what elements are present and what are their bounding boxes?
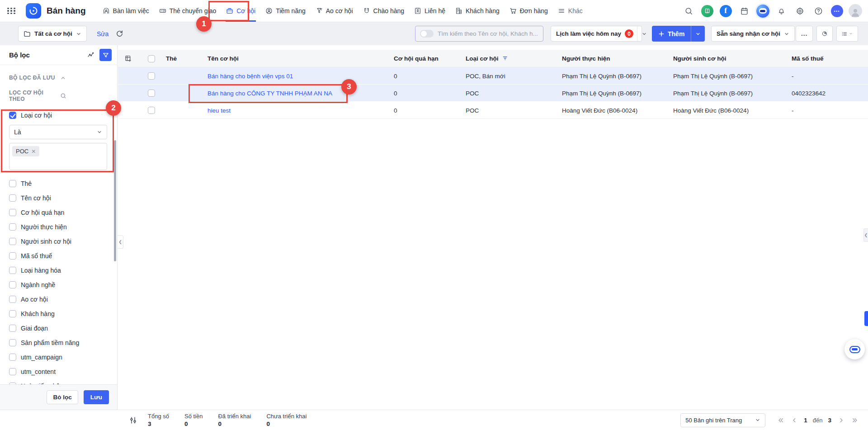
app-grid-icon[interactable] [7, 8, 16, 14]
chatbot-fab[interactable] [844, 339, 865, 359]
bot-icon[interactable] [755, 4, 770, 18]
checkbox-unchecked-icon[interactable] [9, 209, 16, 216]
filter-checkbox-item[interactable]: utm_campaign [0, 350, 117, 364]
handbook-icon[interactable] [700, 4, 714, 18]
checkbox-checked-icon[interactable] [9, 112, 16, 119]
checkbox-unchecked-icon[interactable] [9, 325, 16, 332]
filter-checkbox-item[interactable]: Tên cơ hội [0, 191, 117, 205]
nav-item-4[interactable]: Tiềm năng [260, 0, 311, 22]
filter-checkbox-item[interactable]: Thẻ [0, 176, 117, 191]
last-page-icon[interactable] [849, 415, 860, 425]
filter-checkbox-item[interactable]: Mã số thuế [0, 249, 117, 263]
row-checkbox[interactable] [148, 85, 155, 102]
search-toggle[interactable] [420, 30, 434, 38]
nav-item-3[interactable]: Cơ hội [221, 0, 260, 22]
filter-checkbox-item[interactable]: Ngành nghề [0, 278, 117, 292]
bell-icon[interactable] [774, 4, 788, 18]
app-logo[interactable] [26, 3, 41, 19]
help-icon[interactable] [811, 4, 826, 18]
checkbox-unchecked-icon[interactable] [9, 310, 16, 317]
filter-values-multiselect[interactable]: POC✕ [9, 143, 107, 170]
chevron-up-icon[interactable] [60, 75, 111, 81]
column-header-tax[interactable]: Mã số thuế [792, 50, 868, 67]
chevron-down-icon[interactable] [637, 26, 651, 41]
filter-toggle-button[interactable] [99, 49, 112, 61]
add-button[interactable]: Thêm [652, 26, 705, 42]
column-header-name[interactable]: Tên cơ hội [208, 50, 397, 67]
column-header-creator[interactable]: Người sinh cơ hội [673, 50, 782, 67]
select-all-checkbox[interactable] [148, 50, 155, 67]
search-icon[interactable] [60, 93, 111, 99]
checkbox-unchecked-icon[interactable] [9, 296, 16, 303]
page-size-select[interactable]: 50 Bản ghi trên Trang [680, 413, 765, 427]
gear-icon[interactable] [793, 4, 807, 18]
remove-tag-icon[interactable]: ✕ [31, 148, 36, 155]
right-panel-handle[interactable]: ❮ [863, 228, 868, 242]
filter-checkbox-item[interactable]: Giai đoạn [0, 321, 117, 335]
cell-name[interactable]: Bán hàng cho bệnh viện vps 01 [208, 67, 397, 85]
more-actions-button[interactable]: ... [796, 26, 813, 42]
checkbox-unchecked-icon[interactable] [9, 238, 16, 245]
checkbox-unchecked-icon[interactable] [9, 223, 16, 231]
nav-item-10[interactable]: Khác [553, 0, 588, 22]
filter-operator-select[interactable]: Là [9, 125, 107, 139]
prev-page-icon[interactable] [789, 415, 800, 425]
nav-item-6[interactable]: Chào hàng [358, 0, 410, 22]
checkbox-unchecked-icon[interactable] [9, 368, 16, 375]
nav-item-2[interactable]: Thẻ chuyển giao [154, 0, 222, 22]
summary-settings-icon[interactable] [129, 416, 137, 424]
today-schedule-button[interactable]: Lịch làm việc hôm nay 0 [551, 26, 642, 42]
avatar[interactable] [848, 4, 863, 18]
row-checkbox[interactable] [148, 67, 155, 85]
column-header-tag[interactable]: Thẻ [166, 50, 202, 67]
filter-checkbox-item[interactable]: Người thực hiện [0, 220, 117, 234]
cell-name[interactable]: hieu test [208, 102, 397, 119]
filter-checkbox-loai-co-hoi[interactable]: Loại cơ hội [9, 109, 107, 121]
nav-item-7[interactable]: Liên hệ [409, 0, 450, 22]
search-icon[interactable] [681, 4, 696, 18]
search-input[interactable]: Tìm kiếm theo Tên cơ hội, Khách h... [415, 26, 543, 42]
table-row[interactable]: Bán hàng cho bệnh viện vps 010POC, Bán m… [118, 67, 868, 85]
nav-item-1[interactable]: Bàn làm việc [98, 0, 154, 22]
clear-filter-button[interactable]: Bỏ lọc [47, 390, 78, 404]
checkbox-unchecked-icon[interactable] [9, 281, 16, 288]
add-dropdown-chevron-icon[interactable] [691, 26, 705, 42]
checkbox-unchecked-icon[interactable] [9, 267, 16, 274]
checkbox-unchecked-icon[interactable] [9, 194, 16, 202]
save-filter-button[interactable]: Lưu [84, 390, 109, 404]
filter-applied-icon[interactable] [502, 55, 509, 62]
chat-icon[interactable]: ⋯ [830, 4, 844, 18]
ready-to-receive-button[interactable]: Sẵn sàng nhận cơ hội [711, 26, 795, 42]
column-settings-icon[interactable] [124, 50, 132, 67]
checkbox-unchecked-icon[interactable] [9, 354, 16, 361]
edit-view-link[interactable]: Sửa [97, 30, 109, 38]
checkbox-unchecked-icon[interactable] [9, 339, 16, 346]
first-page-icon[interactable] [775, 415, 786, 425]
facebook-icon[interactable]: f [718, 4, 733, 18]
sidebar-collapse-handle[interactable]: ❮ [118, 235, 123, 249]
filter-checkbox-item[interactable]: Ao cơ hội [0, 292, 117, 307]
view-selector-button[interactable]: Tất cả cơ hội [18, 26, 87, 42]
filter-checkbox-item[interactable]: Người sinh cơ hội [0, 234, 117, 249]
refresh-icon[interactable] [116, 30, 123, 38]
chart-view-button[interactable] [816, 26, 833, 42]
row-checkbox[interactable] [148, 102, 155, 119]
nav-item-5[interactable]: Ao cơ hội [311, 0, 358, 22]
column-header-type[interactable]: Loại cơ hội [466, 50, 556, 67]
layout-switch-button[interactable] [836, 26, 858, 42]
filter-checkbox-item[interactable]: Cơ hội quá hạn [0, 205, 117, 220]
cell-name[interactable]: Bán hàng cho CÔNG TY TNHH PHẠM AN NA [208, 85, 397, 102]
table-row[interactable]: hieu test0POCHoàng Viết Đức (B06-0024)Ho… [118, 102, 868, 119]
sidebar-scrollbar[interactable] [114, 140, 116, 261]
checkbox-unchecked-icon[interactable] [9, 180, 16, 187]
filter-checkbox-item[interactable]: Loại hàng hóa [0, 263, 117, 278]
table-row[interactable]: Bán hàng cho CÔNG TY TNHH PHẠM AN NA0POC… [118, 85, 868, 102]
nav-item-8[interactable]: Khách hàng [450, 0, 505, 22]
calendar-icon[interactable] [737, 4, 751, 18]
column-header-overdue[interactable]: Cơ hội quá hạn [394, 50, 462, 67]
saved-filters-section[interactable]: BỘ LỌC ĐÃ LƯU [0, 69, 117, 87]
next-page-icon[interactable] [835, 415, 846, 425]
edge-quick-tab[interactable] [864, 311, 868, 326]
checkbox-unchecked-icon[interactable] [9, 252, 16, 260]
nav-item-9[interactable]: Đơn hàng [505, 0, 553, 22]
